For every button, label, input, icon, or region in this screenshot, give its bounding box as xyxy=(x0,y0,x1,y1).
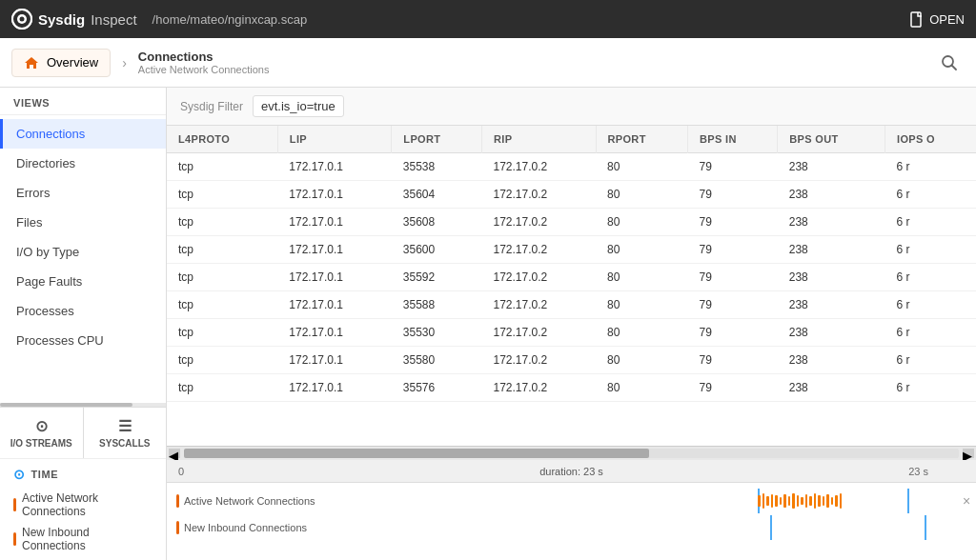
time-icon: ⊙ xyxy=(13,467,26,482)
io-streams-button[interactable]: ⊙ I/O STREAMS xyxy=(0,408,84,458)
scroll-left-btn[interactable]: ◀ xyxy=(169,449,180,458)
breadcrumb-sub: Active Network Connections xyxy=(138,64,926,75)
cell-proto: tcp xyxy=(167,209,277,236)
col-header-bps-out: BPS OUT xyxy=(778,126,885,153)
horizontal-scrollbar[interactable]: ◀ ▶ xyxy=(167,447,976,460)
track-close-active[interactable]: × xyxy=(957,491,976,510)
syscalls-label: SYSCALLS xyxy=(99,438,150,449)
table-row[interactable]: tcp 172.17.0.1 35592 172.17.0.2 80 79 23… xyxy=(167,264,976,291)
connections-table-container: L4PROTO LIP LPORT RIP RPORT BPS IN BPS O… xyxy=(167,126,976,446)
search-button[interactable] xyxy=(934,48,965,78)
cell-iops: 6 r xyxy=(885,153,976,181)
filter-value[interactable]: evt.is_io=true xyxy=(253,95,344,117)
svg-rect-3 xyxy=(911,12,921,27)
table-row[interactable]: tcp 172.17.0.1 35580 172.17.0.2 80 79 23… xyxy=(167,347,976,374)
ruler-end: 23 s xyxy=(908,466,928,477)
table-row[interactable]: tcp 172.17.0.1 35600 172.17.0.2 80 79 23… xyxy=(167,236,976,264)
filter-bar: Sysdig Filter evt.is_io=true xyxy=(167,88,976,126)
scroll-right-btn[interactable]: ▶ xyxy=(963,449,974,458)
track-label-inbound: New Inbound Connections xyxy=(167,521,334,534)
time-track-active[interactable]: Active Network Connections xyxy=(13,488,152,522)
table-row[interactable]: tcp 172.17.0.1 35576 172.17.0.2 80 79 23… xyxy=(167,374,976,402)
cell-lip: 172.17.0.1 xyxy=(277,181,392,209)
breadcrumb: Connections Active Network Connections xyxy=(138,50,926,75)
views-header: VIEWS xyxy=(0,88,166,115)
svg-line-6 xyxy=(952,65,957,70)
active-connections-label: Active Network Connections xyxy=(22,491,152,518)
cell-lip: 172.17.0.1 xyxy=(277,347,392,374)
col-header-lip: LIP xyxy=(277,126,392,153)
cell-lport: 35576 xyxy=(392,374,482,402)
cell-iops: 6 r xyxy=(885,291,976,319)
sidebar-item-errors[interactable]: Errors xyxy=(0,178,166,208)
open-label: OPEN xyxy=(929,12,965,27)
io-streams-label: I/O STREAMS xyxy=(10,438,72,449)
track-content-active xyxy=(334,489,957,513)
inbound-connections-label: New Inbound Connections xyxy=(22,526,152,552)
cell-proto: tcp xyxy=(167,264,277,291)
cell-lport: 35600 xyxy=(392,236,482,264)
cell-lport: 35608 xyxy=(392,209,482,236)
app-name: Inspect xyxy=(91,11,136,28)
sidebar-item-page-faults[interactable]: Page Faults xyxy=(0,267,166,296)
cell-bps-in: 79 xyxy=(688,181,778,209)
filter-label: Sysdig Filter xyxy=(180,100,243,113)
scrollbar-track[interactable] xyxy=(184,449,959,458)
search-icon xyxy=(941,54,958,71)
time-section: ⊙ TIME Active Network Connections New In… xyxy=(0,458,166,560)
cell-proto: tcp xyxy=(167,347,277,374)
open-button[interactable]: OPEN xyxy=(910,11,965,28)
table-row[interactable]: tcp 172.17.0.1 35530 172.17.0.2 80 79 23… xyxy=(167,319,976,347)
io-streams-icon: ⊙ xyxy=(35,417,48,435)
time-header: ⊙ TIME xyxy=(13,467,152,482)
table-row[interactable]: tcp 172.17.0.1 35588 172.17.0.2 80 79 23… xyxy=(167,291,976,319)
cell-iops: 6 r xyxy=(885,181,976,209)
overview-label: Overview xyxy=(47,55,98,70)
cell-lip: 172.17.0.1 xyxy=(277,236,392,264)
table-row[interactable]: tcp 172.17.0.1 35604 172.17.0.2 80 79 23… xyxy=(167,181,976,209)
cell-bps-out: 238 xyxy=(778,181,885,209)
file-icon xyxy=(910,11,924,28)
syscalls-button[interactable]: ☰ SYSCALLS xyxy=(84,408,167,458)
sidebar-nav: Connections Directories Errors Files I/O… xyxy=(0,115,166,403)
cell-bps-in: 79 xyxy=(688,153,778,181)
content-area: VIEWS Connections Directories Errors Fil… xyxy=(0,88,976,560)
cell-rip: 172.17.0.2 xyxy=(482,209,597,236)
table-header-row: L4PROTO LIP LPORT RIP RPORT BPS IN BPS O… xyxy=(167,126,976,153)
table-row[interactable]: tcp 172.17.0.1 35608 172.17.0.2 80 79 23… xyxy=(167,209,976,236)
cell-proto: tcp xyxy=(167,291,277,319)
cell-rip: 172.17.0.2 xyxy=(482,153,597,181)
cell-rip: 172.17.0.2 xyxy=(482,374,597,402)
col-header-rport: RPORT xyxy=(596,126,687,153)
cell-bps-in: 79 xyxy=(688,319,778,347)
cell-lport: 35592 xyxy=(392,264,482,291)
sidebar-item-files[interactable]: Files xyxy=(0,208,166,237)
cell-rport: 80 xyxy=(596,347,687,374)
track-label-active: Active Network Connections xyxy=(167,494,334,508)
cell-bps-in: 79 xyxy=(688,374,778,402)
cell-iops: 6 r xyxy=(885,374,976,402)
navbar: Overview › Connections Active Network Co… xyxy=(0,38,976,88)
sidebar-item-processes-cpu[interactable]: Processes CPU xyxy=(0,326,166,355)
table-row[interactable]: tcp 172.17.0.1 35538 172.17.0.2 80 79 23… xyxy=(167,153,976,181)
cell-rip: 172.17.0.2 xyxy=(482,347,597,374)
scrollbar-thumb[interactable] xyxy=(184,449,649,458)
sidebar: VIEWS Connections Directories Errors Fil… xyxy=(0,88,167,560)
sidebar-item-io-by-type[interactable]: I/O by Type xyxy=(0,237,166,267)
sidebar-scrollbar[interactable] xyxy=(0,403,166,407)
timeline-track-active: Active Network Connections xyxy=(167,489,976,513)
ruler-duration: duration: 23 s xyxy=(539,466,603,477)
sidebar-item-processes[interactable]: Processes xyxy=(0,296,166,326)
cell-bps-out: 238 xyxy=(778,236,885,264)
sidebar-bottom: ⊙ I/O STREAMS ☰ SYSCALLS xyxy=(0,407,166,458)
cell-bps-out: 238 xyxy=(778,291,885,319)
cell-lip: 172.17.0.1 xyxy=(277,209,392,236)
cell-lip: 172.17.0.1 xyxy=(277,374,392,402)
sidebar-item-connections[interactable]: Connections xyxy=(0,119,166,149)
time-track-inbound[interactable]: New Inbound Connections xyxy=(13,522,152,556)
sidebar-item-directories[interactable]: Directories xyxy=(0,149,166,178)
cell-iops: 6 r xyxy=(885,347,976,374)
overview-button[interactable]: Overview xyxy=(11,49,111,77)
cell-rip: 172.17.0.2 xyxy=(482,236,597,264)
cell-lport: 35538 xyxy=(392,153,482,181)
